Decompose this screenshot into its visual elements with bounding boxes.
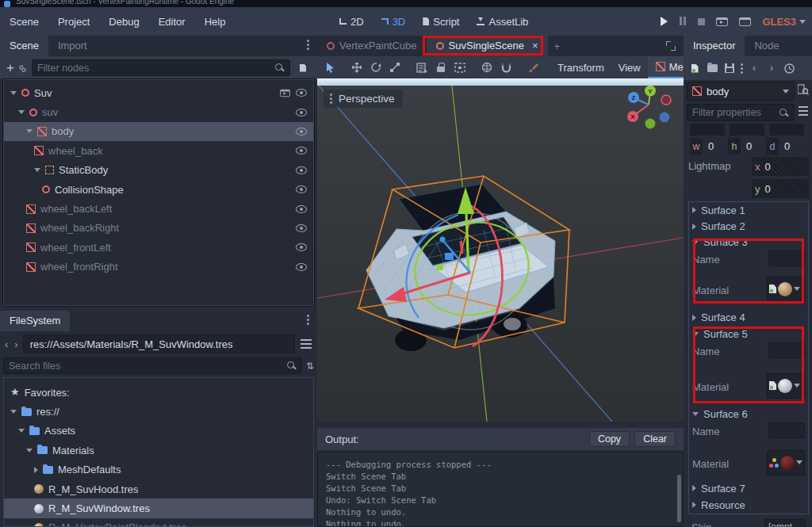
toggle-split-mode-icon[interactable] (298, 336, 314, 352)
surface3-name-field[interactable] (768, 250, 805, 266)
clear-button[interactable]: Clear (634, 431, 676, 447)
nav-back-icon[interactable]: ‹ (3, 338, 10, 350)
tree-row-wheel-backleft[interactable]: wheel_backLeft (4, 199, 313, 218)
visibility-eye-icon[interactable] (296, 185, 307, 193)
menu-editor[interactable]: Editor (149, 11, 195, 32)
lightmap-x-field[interactable]: x 0 (752, 157, 809, 176)
fs-row-materials[interactable]: Materials (4, 441, 313, 460)
fs-row-assets[interactable]: Assets (4, 422, 313, 441)
renderer-dropdown[interactable]: GLES3 (762, 16, 806, 28)
tree-row-wheel-back[interactable]: wheel_back (4, 141, 313, 160)
fs-row-suvhood[interactable]: R_M_SuvHood.tres (4, 479, 313, 498)
tab-vertexpaintcube[interactable]: VertexPaintCube (317, 36, 427, 56)
section-surface-6[interactable]: Surface 6 (689, 407, 808, 421)
surface6-name-field[interactable] (768, 422, 805, 438)
surface3-material-dropdown[interactable] (767, 277, 805, 302)
mode-assetlib-button[interactable]: AssetLib (470, 12, 534, 32)
instance-scene-icon[interactable]: ∞ (16, 60, 30, 74)
skin-value-dropdown[interactable]: [empt (764, 519, 806, 527)
perspective-menu[interactable]: Perspective (324, 90, 403, 108)
expand-arrow-icon[interactable] (34, 467, 38, 473)
select-tool-icon[interactable] (320, 59, 339, 76)
visibility-eye-icon[interactable] (296, 109, 307, 116)
tab-filesystem[interactable]: FileSystem (0, 311, 70, 331)
group-selected-icon[interactable] (450, 59, 469, 76)
add-node-button[interactable]: + (6, 62, 14, 74)
tree-row-staticbody[interactable]: StaticBody (4, 161, 313, 180)
dock-options-icon[interactable] (305, 38, 311, 52)
visibility-eye-icon[interactable] (296, 224, 307, 232)
surface5-material-dropdown[interactable] (767, 373, 805, 399)
pause-button[interactable] (679, 16, 687, 28)
tab-suvsinglescene[interactable]: SuvSingleScene × (427, 36, 548, 56)
collapse-arrow-icon[interactable] (26, 129, 33, 133)
lightmap-y-field[interactable]: y 0 (752, 179, 809, 198)
mode-script-button[interactable]: Script (416, 12, 465, 32)
3d-viewport[interactable]: Y Z X Perspective (317, 78, 684, 422)
section-surface-2[interactable]: Surface 2 (689, 218, 808, 235)
search-files-input[interactable] (9, 361, 282, 372)
tab-inspector[interactable]: Inspector (684, 36, 745, 56)
move-tool-icon[interactable] (347, 59, 366, 76)
menu-debug[interactable]: Debug (99, 11, 148, 32)
section-surface-1[interactable]: Surface 1 (689, 202, 808, 218)
fs-row-favorites[interactable]: ★ Favorites: (4, 383, 313, 402)
stop-button[interactable] (698, 18, 705, 25)
visibility-eye-icon[interactable] (296, 147, 307, 155)
tab-node[interactable]: Node (745, 36, 788, 56)
collapse-arrow-icon[interactable] (18, 110, 25, 114)
snap-icon[interactable] (496, 59, 515, 76)
edited-object-dropdown[interactable]: body (687, 82, 795, 101)
new-resource-icon[interactable] (687, 60, 703, 76)
filter-nodes-field[interactable] (32, 59, 290, 76)
new-scene-tab-button[interactable]: + (548, 36, 567, 56)
filter-properties-field[interactable] (687, 104, 795, 121)
tree-row-suv[interactable]: Suv (4, 83, 313, 102)
visibility-eye-icon[interactable] (296, 243, 307, 251)
output-log[interactable]: --- Debugging process stopped --- Switch… (317, 452, 684, 527)
tree-row-wheel-frontleft[interactable]: wheel_frontLeft (4, 238, 313, 257)
save-resource-icon[interactable] (722, 60, 737, 76)
filter-properties-input[interactable] (692, 107, 774, 118)
menu-project[interactable]: Project (48, 11, 99, 32)
menu-help[interactable]: Help (195, 11, 236, 32)
sort-files-icon[interactable]: ⇅ (306, 361, 314, 372)
history-icon[interactable] (781, 60, 797, 76)
fs-row-suvwindow[interactable]: R_M_SuvWindow.tres (4, 498, 313, 517)
play-button[interactable] (661, 17, 668, 26)
load-resource-icon[interactable] (704, 60, 720, 76)
mode-3d-button[interactable]: 3D (375, 12, 412, 32)
fs-row-vertexpaintblended[interactable]: R_M_VertexPaintBlended.tres (4, 518, 313, 527)
tree-row-wheel-frontright[interactable]: wheel_frontRight (4, 258, 313, 277)
visibility-eye-icon[interactable] (296, 263, 307, 271)
filter-nodes-input[interactable] (37, 63, 270, 74)
menu-scene[interactable]: Scene (0, 11, 48, 32)
tab-scene[interactable]: Scene (0, 36, 48, 56)
open-scene-icon[interactable] (280, 90, 290, 97)
scrollbar[interactable] (677, 475, 681, 522)
visibility-eye-icon[interactable] (296, 89, 307, 97)
current-path-field[interactable]: res://Assets/Materials/R_M_SuvWindow.tre… (23, 334, 295, 353)
fs-row-meshdefaults[interactable]: MeshDefaults (4, 460, 313, 479)
height-value[interactable]: 0 (743, 140, 764, 152)
nav-forward-icon[interactable]: › (13, 338, 19, 350)
play-custom-scene-button[interactable] (739, 17, 751, 26)
tree-row-suv-child[interactable]: suv (4, 102, 313, 121)
collapse-arrow-icon[interactable] (26, 449, 33, 453)
visibility-eye-icon[interactable] (296, 128, 307, 136)
transform-menu[interactable]: Transform (550, 59, 611, 76)
lock-icon[interactable] (431, 59, 450, 76)
open-docs-icon[interactable] (798, 84, 809, 97)
vertex-paint-brush-icon[interactable] (523, 59, 542, 76)
tree-row-collisionshape[interactable]: CollisionShape (4, 180, 313, 199)
local-space-icon[interactable] (477, 59, 496, 76)
view-menu[interactable]: View (611, 59, 648, 76)
view-axis-gizmo[interactable]: Y Z X (627, 86, 671, 129)
width-value[interactable]: 0 (705, 140, 726, 152)
resource-options-icon[interactable] (739, 62, 745, 75)
attach-script-icon[interactable] (295, 60, 311, 76)
visibility-eye-icon[interactable] (296, 205, 307, 213)
history-forward-icon[interactable]: › (764, 60, 779, 76)
section-surface-7[interactable]: Surface 7 (689, 480, 808, 496)
collapse-arrow-icon[interactable] (10, 410, 17, 414)
